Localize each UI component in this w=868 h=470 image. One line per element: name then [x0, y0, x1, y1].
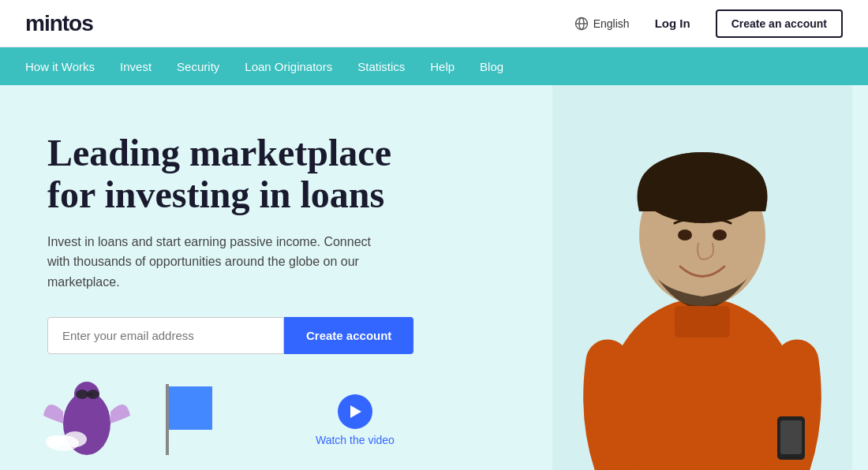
nav-item-invest[interactable]: Invest: [120, 60, 152, 73]
person-svg: [552, 85, 852, 470]
svg-rect-20: [675, 306, 730, 338]
hero-subtitle: Invest in loans and start earning passiv…: [47, 232, 395, 293]
login-button[interactable]: Log In: [645, 10, 700, 36]
watch-video-section: Watch the video: [316, 394, 395, 446]
illustration-purple-person: [39, 380, 142, 462]
hero-content: Leading marketplace for investing in loa…: [47, 132, 413, 386]
nav-item-blog[interactable]: Blog: [480, 60, 503, 73]
nav-item-loan-originators[interactable]: Loan Originators: [245, 60, 332, 73]
watch-video-label[interactable]: Watch the video: [316, 434, 395, 446]
create-account-button[interactable]: Create account: [284, 317, 413, 354]
hero-section: Leading marketplace for investing in loa…: [0, 85, 868, 470]
svg-rect-12: [169, 386, 212, 430]
svg-point-5: [76, 390, 88, 399]
logo: mintos: [25, 11, 93, 36]
svg-rect-11: [166, 384, 169, 455]
nav-item-help[interactable]: Help: [430, 60, 455, 73]
hero-title: Leading marketplace for investing in loa…: [47, 132, 413, 216]
main-nav: How it Works Invest Security Loan Origin…: [0, 47, 868, 85]
nav-item-statistics[interactable]: Statistics: [357, 60, 405, 73]
play-icon: [350, 405, 361, 418]
header-right: English Log In Create an account: [574, 9, 843, 38]
create-account-header-button[interactable]: Create an account: [716, 9, 843, 38]
header: mintos English Log In Create an account: [0, 0, 868, 47]
email-form: Create account: [47, 317, 413, 354]
svg-rect-22: [780, 420, 802, 454]
svg-point-18: [678, 229, 692, 241]
play-button[interactable]: [338, 394, 372, 429]
email-input[interactable]: [47, 317, 284, 354]
nav-item-how-it-works[interactable]: How it Works: [25, 60, 95, 73]
svg-point-10: [46, 435, 65, 448]
hero-person-image: [537, 85, 868, 470]
globe-icon: [574, 17, 589, 31]
svg-rect-7: [88, 394, 93, 396]
nav-item-security[interactable]: Security: [177, 60, 219, 73]
language-selector[interactable]: English: [574, 17, 630, 31]
illustration-flag: [150, 380, 221, 462]
svg-point-19: [713, 229, 727, 241]
svg-point-9: [63, 431, 87, 447]
language-label: English: [593, 17, 630, 30]
